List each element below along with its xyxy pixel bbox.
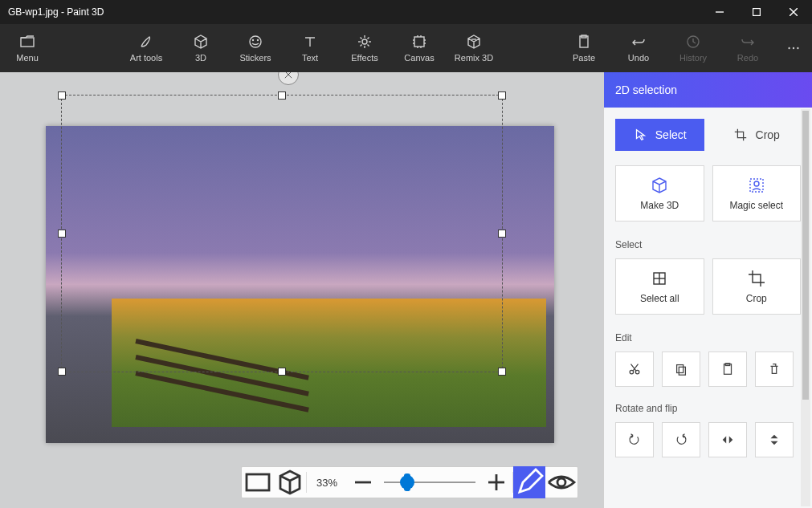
panel-scrollbar-thumb[interactable] [802,111,809,400]
history-icon [685,34,701,50]
paste-button[interactable]: Paste [557,24,611,72]
canvas-button[interactable]: Canvas [392,24,447,72]
magic-select-label: Magic select [729,200,783,211]
text-label: Text [302,53,318,63]
svg-line-14 [368,45,369,47]
rotate-right-icon [674,433,688,447]
minimize-button[interactable] [701,0,738,24]
svg-point-21 [788,47,790,49]
tab-select-label: Select [655,128,687,141]
copy-button[interactable] [662,352,700,387]
selection-box[interactable] [61,95,503,372]
svg-point-28 [557,478,565,486]
select-all-label: Select all [640,293,679,304]
panel-scrollbar[interactable] [801,109,810,506]
svg-point-30 [754,181,759,186]
selection-handle-s[interactable] [278,368,286,376]
tab-select[interactable]: Select [615,119,704,151]
flip-horizontal-button[interactable] [708,422,747,457]
undo-button[interactable]: Undo [611,24,666,72]
flip-horizontal-icon [720,433,735,447]
view-mode-button[interactable] [545,466,577,498]
effects-button[interactable]: Effects [337,24,392,72]
zoom-percent[interactable]: 33% [307,477,347,489]
text-button[interactable]: Text [283,24,337,72]
svg-line-15 [368,38,369,39]
redo-button[interactable]: Redo [720,24,775,72]
rotate-left-button[interactable] [615,422,654,457]
make-3d-button[interactable]: Make 3D [615,165,704,221]
cube-icon [193,34,209,50]
plus-icon [480,466,512,498]
svg-line-16 [361,45,362,47]
history-button[interactable]: History [666,24,720,72]
effects-label: Effects [351,53,377,63]
crop-button[interactable]: Crop [712,258,802,315]
more-button[interactable] [775,24,812,72]
stickers-button[interactable]: Stickers [228,24,283,72]
svg-rect-37 [679,367,685,375]
paste-panel-icon [720,362,735,376]
tab-crop[interactable]: Crop [712,119,802,151]
fit-screen-button[interactable] [242,466,274,498]
select-all-button[interactable]: Select all [615,258,704,315]
zoom-slider[interactable] [379,466,480,498]
cut-icon [627,362,642,376]
brush-icon [138,34,154,50]
menu-label: Menu [16,53,39,63]
remix-icon [466,34,482,50]
sticker-icon [247,34,263,50]
zoom-in-button[interactable] [480,466,512,498]
cut-button[interactable] [615,352,654,387]
rotate-handle[interactable] [278,72,299,85]
magic-select-button[interactable]: Magic select [712,165,802,221]
paste-label: Paste [573,53,595,63]
art-tools-button[interactable]: Art tools [119,24,173,72]
selection-handle-e[interactable] [498,230,506,238]
canvas-area[interactable]: 33% [0,72,603,508]
three-d-label: 3D [195,53,206,63]
history-label: History [679,53,707,63]
selection-handle-ne[interactable] [498,91,506,100]
crop-label: Crop [746,293,767,304]
selection-handle-nw[interactable] [58,91,66,100]
svg-point-34 [630,370,634,374]
fit-screen-icon [242,466,274,498]
paste-panel-button[interactable] [708,352,747,387]
selection-handle-w[interactable] [58,230,66,238]
three-d-button[interactable]: 3D [173,24,228,72]
edit-mode-button[interactable] [513,466,545,498]
view-3d-button[interactable] [274,466,306,498]
magic-select-icon [747,176,766,195]
paste-icon [576,34,592,50]
selection-handle-sw[interactable] [58,368,66,376]
folder-icon [19,34,35,50]
rotate-section-label: Rotate and flip [615,403,801,414]
selection-handle-se[interactable] [498,368,506,376]
svg-point-6 [253,40,254,41]
flip-vertical-button[interactable] [755,422,794,457]
rotate-icon [283,72,294,80]
rotate-right-button[interactable] [662,422,700,457]
maximize-button[interactable] [738,0,775,24]
window-title: GB-wp1.jpg - Paint 3D [0,6,701,18]
crop-icon [733,128,748,142]
zoom-toolbar: 33% [241,466,578,498]
copy-icon [674,362,688,376]
menu-button[interactable]: Menu [0,24,55,72]
selection-handle-n[interactable] [278,91,286,100]
svg-point-8 [362,39,367,44]
pencil-icon [513,466,545,498]
close-button[interactable] [775,0,812,24]
svg-rect-36 [677,365,683,373]
zoom-out-button[interactable] [347,466,379,498]
remix-button[interactable]: Remix 3D [447,24,501,72]
redo-icon [740,34,756,50]
svg-point-22 [793,47,794,49]
cube-small-icon [274,466,306,498]
select-section-label: Select [615,239,801,250]
delete-button[interactable] [755,352,794,387]
zoom-slider-thumb[interactable] [404,473,410,491]
flip-vertical-icon [767,433,781,447]
svg-point-35 [635,370,639,374]
